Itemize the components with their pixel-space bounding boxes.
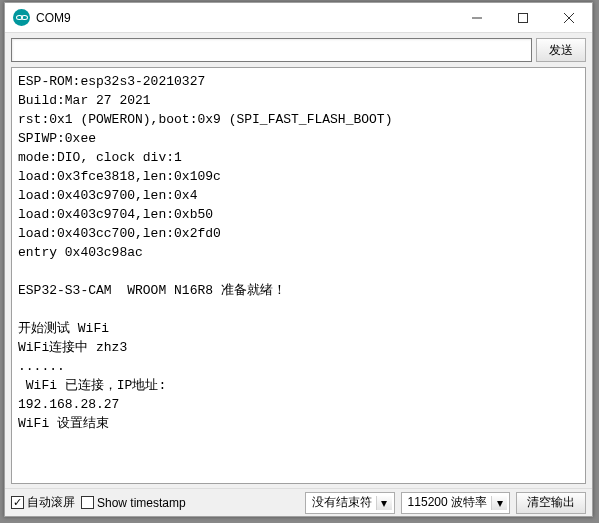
baud-rate-value: 115200 波特率 [408, 494, 487, 511]
title-bar: COM9 [5, 3, 592, 33]
autoscroll-label: 自动滚屏 [27, 494, 75, 511]
maximize-button[interactable] [500, 3, 546, 32]
window-title: COM9 [36, 11, 454, 25]
minimize-button[interactable] [454, 3, 500, 32]
line-ending-value: 没有结束符 [312, 494, 372, 511]
chevron-down-icon: ▾ [491, 496, 507, 510]
clear-output-button[interactable]: 清空输出 [516, 492, 586, 514]
serial-output[interactable]: ESP-ROM:esp32s3-20210327 Build:Mar 27 20… [11, 67, 586, 484]
timestamp-checkbox[interactable]: Show timestamp [81, 496, 186, 510]
send-button[interactable]: 发送 [536, 38, 586, 62]
checkbox-icon [81, 496, 94, 509]
status-bar: ✓ 自动滚屏 Show timestamp 没有结束符 ▾ 115200 波特率… [5, 488, 592, 516]
checkbox-icon: ✓ [11, 496, 24, 509]
line-ending-select[interactable]: 没有结束符 ▾ [305, 492, 395, 514]
autoscroll-checkbox[interactable]: ✓ 自动滚屏 [11, 494, 75, 511]
window-controls [454, 3, 592, 32]
timestamp-label: Show timestamp [97, 496, 186, 510]
baud-rate-select[interactable]: 115200 波特率 ▾ [401, 492, 510, 514]
svg-rect-1 [519, 13, 528, 22]
serial-monitor-window: COM9 发送 ESP-ROM:esp32s3-20210327 Build:M… [4, 2, 593, 517]
arduino-icon [13, 9, 30, 26]
chevron-down-icon: ▾ [376, 496, 392, 510]
send-toolbar: 发送 [5, 33, 592, 67]
close-button[interactable] [546, 3, 592, 32]
serial-input[interactable] [11, 38, 532, 62]
